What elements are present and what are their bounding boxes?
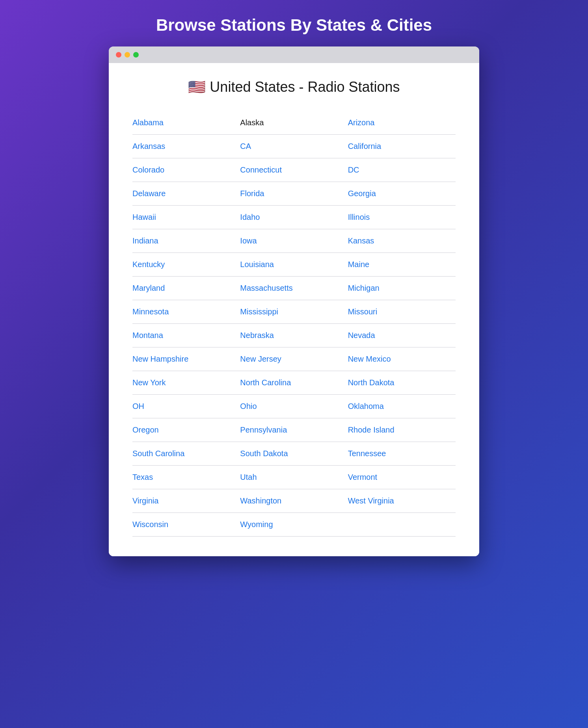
table-row: ColoradoConnecticutDC (132, 158, 456, 182)
state-link[interactable]: Kentucky (132, 253, 240, 276)
state-link[interactable]: Texas (132, 466, 240, 489)
state-link[interactable]: Connecticut (240, 158, 348, 182)
state-link[interactable]: Maryland (132, 277, 240, 300)
state-link[interactable]: Missouri (348, 300, 456, 323)
state-link[interactable]: OH (132, 395, 240, 418)
table-row: New HampshireNew JerseyNew Mexico (132, 347, 456, 371)
table-row: MarylandMassachusettsMichigan (132, 277, 456, 300)
state-link[interactable]: Wyoming (240, 513, 348, 536)
state-link[interactable]: Michigan (348, 277, 456, 300)
browser-content: 🇺🇸 United States - Radio Stations Alabam… (109, 63, 479, 556)
state-link[interactable]: Florida (240, 182, 348, 205)
table-row: ArkansasCACalifornia (132, 135, 456, 158)
minimize-button[interactable] (125, 52, 130, 58)
state-link[interactable]: North Carolina (240, 371, 348, 394)
state-link[interactable]: Colorado (132, 158, 240, 182)
state-link[interactable]: Ohio (240, 395, 348, 418)
state-link[interactable]: New Mexico (348, 347, 456, 371)
state-link (348, 513, 456, 536)
state-link[interactable]: CA (240, 135, 348, 158)
states-grid: AlabamaAlaskaArizonaArkansasCACalifornia… (132, 111, 456, 537)
table-row: DelawareFloridaGeorgia (132, 182, 456, 206)
state-link[interactable]: New Hampshire (132, 347, 240, 371)
state-link[interactable]: Kansas (348, 229, 456, 253)
state-link[interactable]: North Dakota (348, 371, 456, 394)
state-link[interactable]: Nebraska (240, 324, 348, 347)
state-link[interactable]: Pennsylvania (240, 418, 348, 442)
state-link[interactable]: California (348, 135, 456, 158)
state-link[interactable]: Arizona (348, 111, 456, 134)
table-row: VirginiaWashingtonWest Virginia (132, 489, 456, 513)
state-link[interactable]: South Dakota (240, 442, 348, 465)
state-link[interactable]: Indiana (132, 229, 240, 253)
state-link[interactable]: Washington (240, 489, 348, 513)
browser-titlebar (109, 46, 479, 63)
state-link: Alaska (240, 111, 348, 134)
table-row: South CarolinaSouth DakotaTennessee (132, 442, 456, 466)
state-link[interactable]: Vermont (348, 466, 456, 489)
state-link[interactable]: Alabama (132, 111, 240, 134)
state-link[interactable]: West Virginia (348, 489, 456, 513)
table-row: OregonPennsylvaniaRhode Island (132, 418, 456, 442)
table-row: WisconsinWyoming (132, 513, 456, 537)
state-link[interactable]: Idaho (240, 206, 348, 229)
state-link[interactable]: Oregon (132, 418, 240, 442)
table-row: TexasUtahVermont (132, 466, 456, 489)
state-link[interactable]: Louisiana (240, 253, 348, 276)
state-link[interactable]: Massachusetts (240, 277, 348, 300)
state-link[interactable]: Nevada (348, 324, 456, 347)
table-row: OHOhioOklahoma (132, 395, 456, 418)
state-link[interactable]: Hawaii (132, 206, 240, 229)
table-row: KentuckyLouisianaMaine (132, 253, 456, 277)
close-button[interactable] (116, 52, 121, 58)
table-row: MontanaNebraskaNevada (132, 324, 456, 347)
state-link[interactable]: South Carolina (132, 442, 240, 465)
state-link[interactable]: Utah (240, 466, 348, 489)
state-link[interactable]: New Jersey (240, 347, 348, 371)
state-link[interactable]: Rhode Island (348, 418, 456, 442)
table-row: HawaiiIdahoIllinois (132, 206, 456, 229)
table-row: MinnesotaMississippiMissouri (132, 300, 456, 324)
state-link[interactable]: Mississippi (240, 300, 348, 323)
state-link[interactable]: Arkansas (132, 135, 240, 158)
table-row: New YorkNorth CarolinaNorth Dakota (132, 371, 456, 395)
state-link[interactable]: Tennessee (348, 442, 456, 465)
state-link[interactable]: Minnesota (132, 300, 240, 323)
state-link[interactable]: Georgia (348, 182, 456, 205)
state-link[interactable]: DC (348, 158, 456, 182)
state-link[interactable]: Oklahoma (348, 395, 456, 418)
table-row: AlabamaAlaskaArizona (132, 111, 456, 135)
state-link[interactable]: Illinois (348, 206, 456, 229)
state-link[interactable]: Maine (348, 253, 456, 276)
state-link[interactable]: Montana (132, 324, 240, 347)
maximize-button[interactable] (133, 52, 139, 58)
state-link[interactable]: Virginia (132, 489, 240, 513)
state-link[interactable]: Iowa (240, 229, 348, 253)
browser-window: 🇺🇸 United States - Radio Stations Alabam… (109, 46, 479, 556)
table-row: IndianaIowaKansas (132, 229, 456, 253)
content-title: 🇺🇸 United States - Radio Stations (132, 79, 456, 95)
state-link[interactable]: Delaware (132, 182, 240, 205)
state-link[interactable]: New York (132, 371, 240, 394)
state-link[interactable]: Wisconsin (132, 513, 240, 536)
page-title: Browse Stations By States & Cities (156, 16, 432, 35)
